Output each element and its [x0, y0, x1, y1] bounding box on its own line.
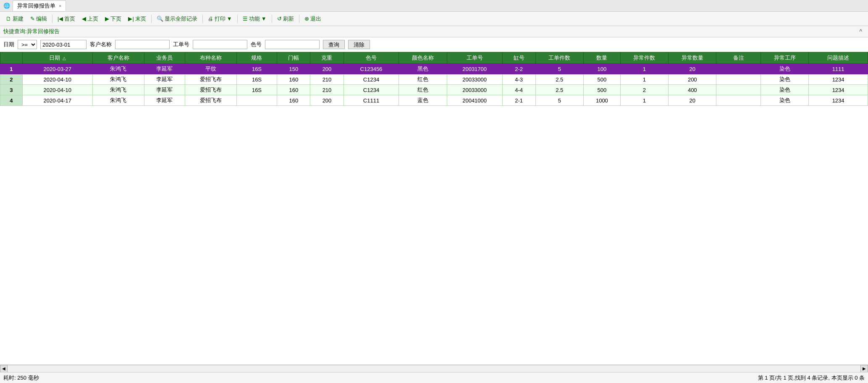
cell-order_qty: 5: [535, 64, 583, 74]
last-page-icon: ▶|: [128, 16, 134, 22]
toolbar-sep-3: [202, 15, 203, 23]
table-row[interactable]: 32020-04-10朱鸿飞李延军爱招飞布16S160210C1234红色200…: [0, 85, 868, 95]
cell-date: 2020-04-10: [22, 85, 92, 95]
scroll-track[interactable]: [8, 365, 860, 373]
col-header-salesman[interactable]: 业务员: [144, 52, 185, 64]
table-row[interactable]: 42020-04-17朱鸿飞李延军爱招飞布160200C1111蓝色200410…: [0, 95, 868, 106]
print-dropdown-icon: ▼: [227, 16, 232, 22]
title-bar: 🌐 异常回修报告单 ×: [0, 0, 868, 12]
col-header-spec[interactable]: 规格: [236, 52, 277, 64]
cell-fabric: 平纹: [185, 64, 236, 74]
cell-weight: 200: [310, 64, 344, 74]
main-content: 🗋 新建 ✎ 编辑 |◀ 首页 ◀ 上页 ▶ 下页 ▶| 末页 🔍 显示全部记录: [0, 12, 868, 383]
last-page-button[interactable]: ▶| 末页: [126, 14, 148, 24]
cell-quantity: 1000: [583, 95, 620, 106]
cell-salesman: 李延军: [144, 85, 185, 95]
cell-problem_desc: 1234: [809, 85, 868, 95]
cell-width: 160: [277, 95, 310, 106]
date-input[interactable]: [40, 40, 87, 49]
toolbar-sep-1: [52, 15, 52, 23]
function-button[interactable]: ☰ 功能 ▼: [240, 14, 269, 24]
cell-note: [716, 74, 760, 85]
clear-button[interactable]: 清除: [348, 40, 370, 49]
new-button[interactable]: 🗋 新建: [3, 14, 26, 24]
col-header-width[interactable]: 门幅: [277, 52, 310, 64]
first-page-icon: |◀: [58, 16, 63, 22]
col-header-abnormal-process[interactable]: 异常工序: [760, 52, 808, 64]
scroll-left-button[interactable]: ◀: [0, 365, 8, 373]
function-dropdown-icon: ▼: [261, 16, 267, 22]
cell-fabric: 爱招飞布: [185, 85, 236, 95]
exit-button[interactable]: ⊗ 退出: [302, 14, 324, 24]
color-input[interactable]: [265, 40, 320, 49]
col-header-weight[interactable]: 克重: [310, 52, 344, 64]
cell-date: 2020-04-10: [22, 74, 92, 85]
cell-abnormal_qty: 1: [620, 74, 668, 85]
scroll-right-button[interactable]: ▶: [860, 365, 868, 373]
refresh-button[interactable]: ↺ 刷新: [275, 14, 296, 24]
cell-abnormal_qty: 2: [620, 85, 668, 95]
data-table: 日期 △ 客户名称 业务员 布种名称 规格 门幅 克重 色号 颜色名称 工单号 …: [0, 52, 868, 106]
first-page-button[interactable]: |◀ 首页: [55, 14, 78, 24]
col-header-abnormal-qty[interactable]: 异常件数: [620, 52, 668, 64]
col-header-note[interactable]: 备注: [716, 52, 760, 64]
toolbar-sep-2: [151, 15, 152, 23]
cell-weight: 210: [310, 74, 344, 85]
col-header-date[interactable]: 日期 △: [22, 52, 92, 64]
date-op-select[interactable]: >= <= = > <: [18, 40, 37, 49]
cell-date: 2020-03-27: [22, 64, 92, 74]
status-bar: 耗时: 250 毫秒 第 1 页/共 1 页,找到 4 条记录, 本页显示 0 …: [0, 372, 868, 383]
col-header-idx: [0, 52, 23, 64]
cell-salesman: 李延军: [144, 95, 185, 106]
prev-icon: ◀: [82, 16, 86, 22]
col-header-abnormal-amount[interactable]: 异常数量: [669, 52, 716, 64]
cell-color_code: C1234: [344, 74, 399, 85]
col-header-tank-no[interactable]: 缸号: [502, 52, 535, 64]
next-page-button[interactable]: ▶ 下页: [102, 14, 124, 24]
cell-abnormal_process: 染色: [760, 74, 808, 85]
col-header-fabric[interactable]: 布种名称: [185, 52, 236, 64]
print-button[interactable]: 🖨 打印 ▼: [205, 14, 235, 24]
tab-label: 异常回修报告单: [17, 2, 55, 10]
date-label: 日期: [3, 41, 14, 48]
col-header-order-qty[interactable]: 工单件数: [535, 52, 583, 64]
order-input[interactable]: [193, 40, 247, 49]
cell-salesman: 李延军: [144, 74, 185, 85]
cell-spec: 16S: [236, 64, 277, 74]
cell-color_name: 蓝色: [399, 95, 447, 106]
edit-button[interactable]: ✎ 编辑: [28, 14, 50, 24]
cell-width: 160: [277, 85, 310, 95]
color-label: 色号: [251, 41, 262, 48]
title-tab[interactable]: 异常回修报告单 ×: [13, 0, 66, 11]
refresh-icon: ↺: [277, 16, 282, 22]
table-row[interactable]: 12020-03-27朱鸿飞李延军平纹16S150200C123456黑色200…: [0, 64, 868, 74]
expand-button[interactable]: ^: [857, 28, 865, 35]
cell-fabric: 爱招飞布: [185, 95, 236, 106]
col-header-color-name[interactable]: 颜色名称: [399, 52, 447, 64]
col-header-customer[interactable]: 客户名称: [92, 52, 144, 64]
customer-input[interactable]: [115, 40, 170, 49]
cell-color_name: 红色: [399, 74, 447, 85]
cell-idx: 4: [0, 95, 23, 106]
table-row[interactable]: 22020-04-10朱鸿飞李延军爱招飞布16S160210C1234红色200…: [0, 74, 868, 85]
cell-abnormal_qty: 1: [620, 64, 668, 74]
col-header-quantity[interactable]: 数量: [583, 52, 620, 64]
search-button[interactable]: 查询: [323, 40, 345, 49]
cell-order_qty: 2.5: [535, 85, 583, 95]
cell-weight: 200: [310, 95, 344, 106]
cell-abnormal_amount: 400: [669, 85, 716, 95]
next-icon: ▶: [105, 16, 109, 22]
cell-spec: 16S: [236, 85, 277, 95]
col-header-problem-desc[interactable]: 问题描述: [809, 52, 868, 64]
cell-tank_no: 2-2: [502, 64, 535, 74]
col-header-order-no[interactable]: 工单号: [447, 52, 502, 64]
col-header-color-code[interactable]: 色号: [344, 52, 399, 64]
show-all-button[interactable]: 🔍 显示全部记录: [154, 14, 200, 24]
prev-page-button[interactable]: ◀ 上页: [79, 14, 101, 24]
cell-color_name: 红色: [399, 85, 447, 95]
cell-tank_no: 4-3: [502, 74, 535, 85]
cell-color_code: C123456: [344, 64, 399, 74]
table-container[interactable]: 日期 △ 客户名称 业务员 布种名称 规格 门幅 克重 色号 颜色名称 工单号 …: [0, 52, 868, 365]
scroll-bar-row: ◀ ▶: [0, 365, 868, 372]
close-tab-button[interactable]: ×: [59, 3, 61, 8]
